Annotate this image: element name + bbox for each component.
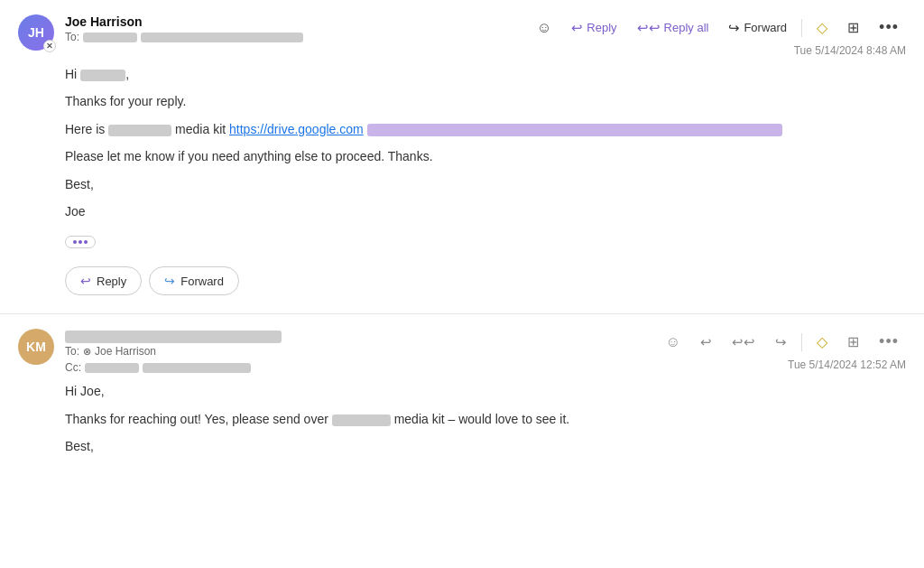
signature-line-2: Joe bbox=[65, 201, 906, 221]
inline-forward-button[interactable]: ↪ Forward bbox=[149, 266, 239, 295]
reply-all-icon: ↩↩ bbox=[637, 21, 661, 34]
inline-forward-icon: ↪ bbox=[164, 274, 175, 288]
emoji-button-1[interactable]: ☺ bbox=[530, 16, 559, 40]
grid-icon: ⊞ bbox=[847, 19, 859, 36]
more-icon-2: ••• bbox=[879, 332, 899, 351]
to-line-2: To: ⊗ Joe Harrison bbox=[65, 345, 282, 358]
header-right-1: ☺ ↩ Reply ↩↩ Reply all ↪ Forward bbox=[530, 14, 906, 57]
forward-button-1[interactable]: ↪ Forward bbox=[721, 17, 794, 38]
cc-line-2: Cc: bbox=[65, 361, 282, 374]
body-line-3: Please let me know if you need anything … bbox=[65, 146, 906, 166]
email-body-2: Hi Joe, Thanks for reaching out! Yes, pl… bbox=[18, 381, 906, 456]
email-item-1: JH ✕ Joe Harrison To: ☺ bbox=[0, 0, 924, 314]
google-drive-link[interactable]: https://drive.google.com bbox=[229, 122, 364, 136]
header-actions-2: ☺ ↩ ↩↩ ↪ ◇ ⊞ bbox=[659, 329, 906, 355]
media-kit-name-blurred bbox=[108, 125, 171, 136]
signature-line-1: Best, bbox=[65, 174, 906, 194]
timestamp-1: Tue 5/14/2024 8:48 AM bbox=[794, 44, 906, 57]
to-badge: ⊗ bbox=[83, 346, 91, 358]
inline-reply-button[interactable]: ↩ Reply bbox=[65, 266, 142, 295]
body-line-1: Thanks for your reply. bbox=[65, 91, 906, 111]
greeting-line-2: Hi Joe, bbox=[65, 381, 906, 401]
more-button-1[interactable]: ••• bbox=[872, 14, 906, 41]
body-line-2: Here is media kit https://drive.google.c… bbox=[65, 119, 906, 139]
action-divider bbox=[801, 19, 802, 37]
reply-all-icon-2: ↩↩ bbox=[732, 335, 755, 349]
emoji-icon-2: ☺ bbox=[666, 334, 680, 350]
body-line-2-1: Thanks for reaching out! Yes, please sen… bbox=[65, 409, 906, 429]
shield-button-1[interactable]: ◇ bbox=[809, 15, 835, 40]
email-body-1: Hi , Thanks for your reply. Here is medi… bbox=[18, 64, 906, 295]
greeting-line: Hi , bbox=[65, 64, 906, 84]
avatar: JH ✕ bbox=[18, 14, 54, 51]
email-item-2: KM To: ⊗ Joe Harrison Cc: bbox=[0, 314, 924, 481]
grid-button-1[interactable]: ⊞ bbox=[840, 15, 866, 40]
more-button-2[interactable]: ••• bbox=[872, 329, 906, 355]
header-actions-1: ☺ ↩ Reply ↩↩ Reply all ↪ Forward bbox=[530, 14, 906, 41]
sender-section-1: JH ✕ Joe Harrison To: bbox=[18, 14, 303, 51]
reply-all-button-1[interactable]: ↩↩ Reply all bbox=[630, 17, 716, 38]
cc-name-blurred bbox=[85, 363, 139, 373]
avatar-2: KM bbox=[18, 329, 54, 365]
reply-icon-2: ↩ bbox=[700, 335, 712, 349]
email-header-1: JH ✕ Joe Harrison To: ☺ bbox=[18, 14, 906, 57]
reply-button-1[interactable]: ↩ Reply bbox=[564, 17, 624, 38]
dot-2 bbox=[79, 240, 82, 244]
shield-icon-2: ◇ bbox=[817, 333, 827, 350]
forward-button-2[interactable]: ↪ bbox=[768, 331, 794, 352]
emoji-button-2[interactable]: ☺ bbox=[659, 331, 688, 354]
link-rest-blurred bbox=[367, 124, 782, 136]
grid-button-2[interactable]: ⊞ bbox=[840, 330, 866, 354]
reply-actions-1: ↩ Reply ↪ Forward bbox=[65, 266, 906, 295]
avatar-badge: ✕ bbox=[43, 40, 56, 52]
shield-icon: ◇ bbox=[817, 19, 827, 36]
to-address-blurred bbox=[83, 33, 137, 42]
sender-info-2: To: ⊗ Joe Harrison Cc: bbox=[65, 329, 282, 374]
forward-icon-2: ↪ bbox=[775, 335, 787, 349]
sender-info-1: Joe Harrison To: bbox=[65, 14, 303, 43]
media-kit-name-blurred-2 bbox=[332, 414, 391, 426]
sender-name-1: Joe Harrison bbox=[65, 14, 303, 29]
header-right-2: ☺ ↩ ↩↩ ↪ ◇ ⊞ bbox=[659, 329, 906, 371]
to-line-1: To: bbox=[65, 31, 303, 43]
cc-email-blurred bbox=[143, 363, 251, 373]
action-divider-2 bbox=[801, 333, 802, 351]
sender-name-2 bbox=[65, 329, 282, 343]
timestamp-2: Tue 5/14/2024 12:52 AM bbox=[788, 358, 906, 371]
signature-2: Best, bbox=[65, 436, 906, 456]
dot-3 bbox=[84, 240, 88, 244]
emoji-icon: ☺ bbox=[537, 20, 551, 36]
sender-name-blurred bbox=[65, 331, 282, 343]
to-address-blurred-2 bbox=[141, 33, 303, 42]
grid-icon-2: ⊞ bbox=[847, 333, 859, 350]
forward-icon: ↪ bbox=[728, 21, 740, 34]
sender-section-2: KM To: ⊗ Joe Harrison Cc: bbox=[18, 329, 282, 374]
email-header-2: KM To: ⊗ Joe Harrison Cc: bbox=[18, 329, 906, 374]
more-icon: ••• bbox=[879, 18, 899, 37]
dot-1 bbox=[73, 240, 77, 244]
inline-reply-icon: ↩ bbox=[80, 274, 91, 288]
reply-all-button-2[interactable]: ↩↩ bbox=[725, 331, 762, 352]
reply-button-2[interactable]: ↩ bbox=[693, 331, 719, 352]
expand-dots-button[interactable] bbox=[65, 236, 96, 248]
greeting-name-blurred bbox=[80, 70, 125, 81]
shield-button-2[interactable]: ◇ bbox=[809, 330, 835, 354]
reply-icon: ↩ bbox=[571, 21, 583, 34]
